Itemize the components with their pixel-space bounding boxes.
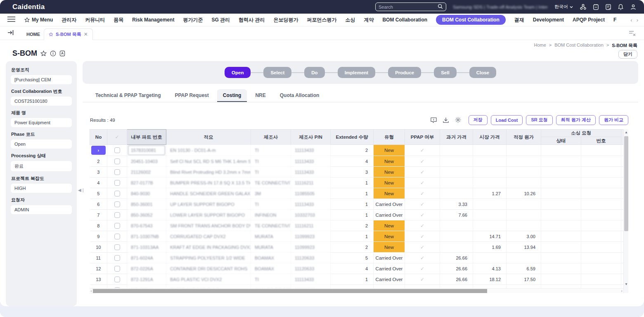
table-row[interactable]: 4827-0177BBUMPER PRESS-IN 17.8 SQ X 13.5… <box>90 177 624 188</box>
row-checkbox[interactable] <box>114 191 120 196</box>
row-checkbox[interactable] <box>114 201 120 207</box>
breadcrumb-item[interactable]: Home <box>534 43 546 49</box>
document-info-icon[interactable]: A <box>59 50 65 57</box>
col-target-cost[interactable]: 적정 원가 <box>507 130 541 145</box>
row-checkbox[interactable] <box>114 234 120 239</box>
table-row[interactable]: 10871-10313AAKRAFT AT EDGE IN PACKAGING … <box>90 242 624 253</box>
scroll-down-icon[interactable]: ▼ <box>624 282 628 287</box>
menu-item-apqp-project[interactable]: APQP Project <box>573 17 605 23</box>
row-checkbox[interactable] <box>114 277 120 282</box>
hamburger-icon[interactable] <box>7 16 15 24</box>
table-row[interactable]: 7850-36052LOWER LAYER SUPPORT BIGOPOINFI… <box>90 210 624 220</box>
breadcrumb-item[interactable]: BOM Cost Collaboration <box>554 43 604 49</box>
menu-item-결재[interactable]: 결재 <box>514 17 524 24</box>
menu-item-협력사-관리[interactable]: 협력사 관리 <box>239 17 265 24</box>
col-type[interactable]: 유형 <box>374 130 405 145</box>
action-button-최적-원가-계산[interactable]: 최적 원가 계산 <box>556 115 596 125</box>
tab-nre[interactable]: NRE <box>249 89 271 102</box>
user-icon[interactable] <box>630 4 637 10</box>
row-checkbox[interactable] <box>114 158 120 164</box>
action-button-원가-비교[interactable]: 원가 비교 <box>599 115 628 125</box>
phase-do[interactable]: Do <box>304 67 324 78</box>
menu-item-risk-management[interactable]: Risk Management <box>132 17 174 23</box>
table-row[interactable]: 321126002Blind Rivet Protruding HD 3.2mm… <box>90 167 624 177</box>
phase-open[interactable]: Open <box>225 67 251 78</box>
col-sr-number[interactable]: 번호 <box>581 137 621 145</box>
phase-produce[interactable]: Produce <box>388 67 421 78</box>
cell-select[interactable] <box>107 210 127 220</box>
menu-item-development[interactable]: Development <box>533 17 564 23</box>
table-row[interactable]: 6850-36001UP LAYER SUPPORT BIGOPOTI11113… <box>90 199 624 210</box>
tab-quota-allocation[interactable]: Quota Allocation <box>274 89 325 102</box>
cell-select[interactable] <box>107 167 127 177</box>
tab-home[interactable]: HOME <box>21 28 45 40</box>
col-sr-status[interactable]: 상태 <box>541 137 581 145</box>
cell-select[interactable] <box>107 274 127 285</box>
action-button-load-cost[interactable]: Load Cost <box>491 115 523 125</box>
calendar-icon[interactable] <box>593 4 599 10</box>
row-checkbox[interactable] <box>114 244 120 250</box>
menu-scroll-left-icon[interactable]: ‹ <box>630 17 632 23</box>
col-internal-part-no[interactable]: 내부 파트 번호 <box>127 130 166 145</box>
col-extended-qty[interactable]: Extended 수량 <box>331 130 374 145</box>
action-button-sr-요청[interactable]: SR 요청 <box>526 115 552 125</box>
cell-select[interactable] <box>107 253 127 263</box>
vertical-scrollbar[interactable]: ▲ ▼ <box>623 129 628 293</box>
row-checkbox[interactable] <box>114 255 120 261</box>
action-button-저장[interactable]: 저장 <box>469 115 488 125</box>
search-icon[interactable] <box>438 3 443 11</box>
cell-select[interactable] <box>107 220 127 231</box>
bell-icon[interactable] <box>618 4 624 10</box>
menu-item-퍼포먼스평가[interactable]: 퍼포먼스평가 <box>307 17 336 24</box>
table-row[interactable]: 5840-9030HANDLE SCHNEIDER GREEN GALAXY V… <box>90 188 624 199</box>
col-description[interactable]: 적요 <box>166 130 251 145</box>
table-row[interactable]: 13872-1291ABAG PLASTIC VCI DVX2TI1111343… <box>90 274 624 285</box>
cell-select[interactable] <box>107 156 127 167</box>
menu-item-관리자[interactable]: 관리자 <box>62 17 76 24</box>
cell-select[interactable] <box>107 177 127 188</box>
cell-select[interactable] <box>107 263 127 274</box>
cell-row-no[interactable]: › <box>90 145 107 156</box>
menu-item-sg-관리[interactable]: SG 관리 <box>211 17 230 24</box>
menu-item-품목[interactable]: 품목 <box>114 17 123 24</box>
language-selector[interactable]: 한국어 <box>554 4 573 10</box>
phase-sell[interactable]: Sell <box>434 67 456 78</box>
col-sourcing-request-group[interactable]: 소싱 요청 <box>541 130 621 137</box>
col-manufacturer[interactable]: 제조사 <box>251 130 291 145</box>
row-checkbox[interactable] <box>114 147 120 153</box>
row-checkbox[interactable] <box>114 212 120 218</box>
col-ppap[interactable]: PPAP 여부 <box>405 130 440 145</box>
cell-select[interactable] <box>107 145 127 156</box>
phase-implement[interactable]: Implement <box>338 67 376 78</box>
col-past-price[interactable]: 과거 가격 <box>440 130 473 145</box>
table-row[interactable]: 220451-10403Self Cl Nut SCL RD S M6 THK … <box>90 156 624 167</box>
table-row[interactable]: 9871-10307NBCORRUGATED CAP DVX2MURATA110… <box>90 231 624 242</box>
collapse-panel-icon[interactable] <box>7 30 14 37</box>
row-checkbox[interactable] <box>114 169 120 175</box>
table-row[interactable]: 11871-6024ASTRAPPING POLYESTER 1/2 WIDEB… <box>90 253 624 263</box>
tab-technical-ppap-targeting[interactable]: Technical & PPAP Targeting <box>90 89 166 102</box>
table-row[interactable]: 12872-0226ACONTAINER DRI DESICCANT ROHSB… <box>90 263 624 274</box>
close-all-tabs-icon[interactable] <box>629 30 636 38</box>
info-icon[interactable] <box>50 50 56 57</box>
settings-gear-icon[interactable] <box>455 116 462 123</box>
horizontal-scrollbar[interactable]: ‹ › <box>90 288 623 293</box>
cell-select[interactable] <box>107 242 127 253</box>
scroll-right-icon[interactable]: › <box>620 289 623 293</box>
col-manufacturer-pn[interactable]: 제조사 P/N <box>291 130 331 145</box>
favorite-star-icon[interactable] <box>40 50 47 57</box>
comment-info-icon[interactable] <box>430 117 437 123</box>
phase-close[interactable]: Close <box>469 67 496 78</box>
menu-item-커뮤니티[interactable]: 커뮤니티 <box>85 17 105 24</box>
global-search[interactable] <box>375 2 446 11</box>
cell-select[interactable] <box>107 188 127 199</box>
cell-part-no[interactable]: 1578310081 <box>127 145 166 156</box>
scroll-left-icon[interactable]: ‹ <box>90 289 93 293</box>
menu-item-bom-collaboration[interactable]: BOM Collaboration <box>382 17 427 23</box>
vertical-scroll-thumb[interactable] <box>624 136 628 231</box>
table-row[interactable]: 8870-67543SM FRONT TRANS ANCHOR BODY DVX… <box>90 220 624 231</box>
close-page-button[interactable]: 닫기 <box>618 50 637 59</box>
table-row[interactable]: ›1578310081EN 10130 - DC01-A-mTI11113433… <box>90 145 624 156</box>
col-no[interactable]: No <box>90 130 107 145</box>
row-checkbox[interactable] <box>114 180 120 186</box>
